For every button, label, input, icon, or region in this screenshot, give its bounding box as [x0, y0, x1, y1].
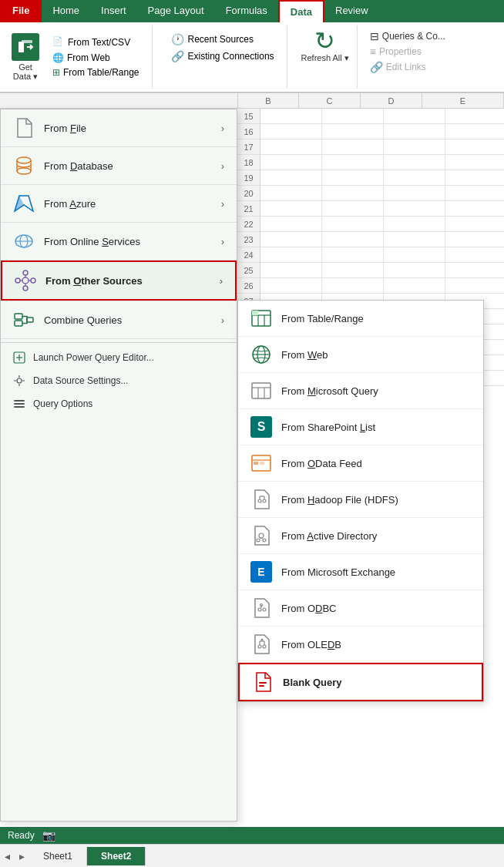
- grid-cell[interactable]: [384, 139, 445, 155]
- tab-home[interactable]: Home: [42, 0, 90, 22]
- row-number: 16: [237, 124, 260, 139]
- submenu-sharepoint-label: From SharePoint List: [281, 422, 375, 433]
- submenu-from-odbc[interactable]: From ODBC: [238, 590, 483, 627]
- grid-cell[interactable]: [445, 278, 504, 294]
- grid-cell[interactable]: [445, 124, 504, 139]
- from-web-ribbon-button[interactable]: 🌐 From Web: [48, 51, 144, 65]
- submenu-odbc-label: From ODBC: [281, 603, 337, 614]
- grid-cell[interactable]: [445, 232, 504, 247]
- grid-cell[interactable]: [260, 217, 322, 232]
- grid-cell[interactable]: [445, 139, 504, 155]
- grid-cell[interactable]: [260, 232, 322, 247]
- nav-next-button[interactable]: ▸: [15, 850, 29, 862]
- svg-rect-18: [15, 321, 22, 326]
- grid-cell[interactable]: [384, 124, 445, 139]
- existing-connections-button[interactable]: 🔗 Existing Connections: [166, 49, 279, 64]
- grid-cell[interactable]: [260, 247, 322, 263]
- menu-item-from-azure[interactable]: From Azure ›: [1, 185, 237, 223]
- submenu-from-odata[interactable]: From OData Feed: [238, 445, 483, 482]
- grid-cell[interactable]: [445, 247, 504, 263]
- grid-cell[interactable]: [322, 186, 384, 201]
- grid-cell[interactable]: [384, 170, 445, 186]
- grid-cell[interactable]: [445, 109, 504, 124]
- grid-cell[interactable]: [384, 109, 445, 124]
- grid-cell[interactable]: [322, 263, 384, 278]
- grid-cell[interactable]: [384, 278, 445, 294]
- submenu-from-sharepoint[interactable]: S From SharePoint List: [238, 409, 483, 445]
- svg-point-48: [259, 533, 264, 538]
- from-other-sources-icon: [15, 270, 36, 291]
- grid-cell[interactable]: [384, 155, 445, 170]
- tab-data[interactable]: Data: [278, 0, 324, 22]
- edit-links-button[interactable]: 🔗 Edit Links: [370, 61, 445, 73]
- row-number: 21: [237, 201, 260, 217]
- grid-cell[interactable]: [260, 186, 322, 201]
- properties-button[interactable]: ≡ Properties: [370, 45, 445, 58]
- grid-cell[interactable]: [260, 201, 322, 217]
- grid-row: 15: [237, 109, 504, 124]
- grid-cell[interactable]: [384, 247, 445, 263]
- tab-sheet1[interactable]: Sheet1: [29, 847, 87, 865]
- tab-page-layout[interactable]: Page Layout: [137, 0, 215, 22]
- grid-cell[interactable]: [384, 232, 445, 247]
- grid-cell[interactable]: [322, 155, 384, 170]
- grid-cell[interactable]: [322, 109, 384, 124]
- grid-cell[interactable]: [384, 217, 445, 232]
- grid-cell[interactable]: [322, 232, 384, 247]
- submenu-from-oledb[interactable]: From OLEDB: [238, 627, 483, 663]
- grid-cell[interactable]: [322, 278, 384, 294]
- tab-file[interactable]: File: [0, 0, 42, 22]
- submenu-from-exchange[interactable]: E From Microsoft Exchange: [238, 554, 483, 590]
- grid-row: 23: [237, 232, 504, 247]
- grid-cell[interactable]: [260, 109, 322, 124]
- menu-item-from-other-sources[interactable]: From Other Sources ›: [1, 260, 237, 301]
- grid-cell[interactable]: [260, 155, 322, 170]
- tab-formulas[interactable]: Formulas: [215, 0, 278, 22]
- get-data-button[interactable]: GetData ▾: [6, 29, 45, 86]
- from-table-range-button[interactable]: ⊞ From Table/Range: [48, 66, 144, 79]
- grid-cell[interactable]: [445, 170, 504, 186]
- grid-cell[interactable]: [322, 201, 384, 217]
- nav-prev-button[interactable]: ◂: [0, 850, 15, 862]
- submenu-ms-query-icon: [250, 380, 272, 402]
- submenu-from-active-directory[interactable]: From Active Directory: [238, 518, 483, 554]
- grid-row: 17: [237, 139, 504, 155]
- grid-cell[interactable]: [384, 263, 445, 278]
- grid-cell[interactable]: [260, 139, 322, 155]
- grid-cell[interactable]: [260, 278, 322, 294]
- submenu-from-hadoop[interactable]: From Hadoop File (HDFS): [238, 482, 483, 518]
- menu-item-query-options[interactable]: Query Options: [1, 392, 237, 415]
- menu-item-from-database[interactable]: From Database ›: [1, 147, 237, 185]
- grid-cell[interactable]: [384, 186, 445, 201]
- grid-cell[interactable]: [260, 170, 322, 186]
- grid-cell[interactable]: [445, 201, 504, 217]
- refresh-all-label[interactable]: Refresh All ▾: [301, 53, 349, 63]
- tab-review[interactable]: Review: [324, 0, 379, 22]
- submenu-from-ms-query[interactable]: From Microsoft Query: [238, 373, 483, 409]
- grid-cell[interactable]: [445, 263, 504, 278]
- menu-item-launch-pqe[interactable]: Launch Power Query Editor...: [1, 346, 237, 369]
- menu-item-from-online-services[interactable]: From Online Services ›: [1, 223, 237, 260]
- grid-cell[interactable]: [384, 201, 445, 217]
- tab-insert[interactable]: Insert: [90, 0, 137, 22]
- menu-item-combine-queries[interactable]: Combine Queries ›: [1, 301, 237, 339]
- tab-sheet2[interactable]: Sheet2: [87, 847, 146, 865]
- submenu-from-table-range[interactable]: From Table/Range: [238, 301, 483, 337]
- grid-cell[interactable]: [445, 186, 504, 201]
- grid-cell[interactable]: [260, 124, 322, 139]
- from-text-csv-button[interactable]: 📄 From Text/CSV: [48, 35, 144, 50]
- grid-cell[interactable]: [322, 170, 384, 186]
- grid-cell[interactable]: [445, 217, 504, 232]
- grid-cell[interactable]: [322, 247, 384, 263]
- queries-connections-button[interactable]: ⊟ Queries & Co...: [370, 30, 445, 42]
- menu-item-data-source-settings[interactable]: Data Source Settings...: [1, 369, 237, 392]
- grid-cell[interactable]: [322, 139, 384, 155]
- menu-item-from-file[interactable]: From File ›: [1, 109, 237, 147]
- grid-cell[interactable]: [445, 155, 504, 170]
- recent-sources-button[interactable]: 🕐 Recent Sources: [166, 32, 279, 47]
- submenu-from-web[interactable]: From Web: [238, 337, 483, 373]
- grid-cell[interactable]: [260, 263, 322, 278]
- grid-cell[interactable]: [322, 217, 384, 232]
- submenu-blank-query[interactable]: Blank Query: [238, 663, 483, 701]
- grid-cell[interactable]: [322, 124, 384, 139]
